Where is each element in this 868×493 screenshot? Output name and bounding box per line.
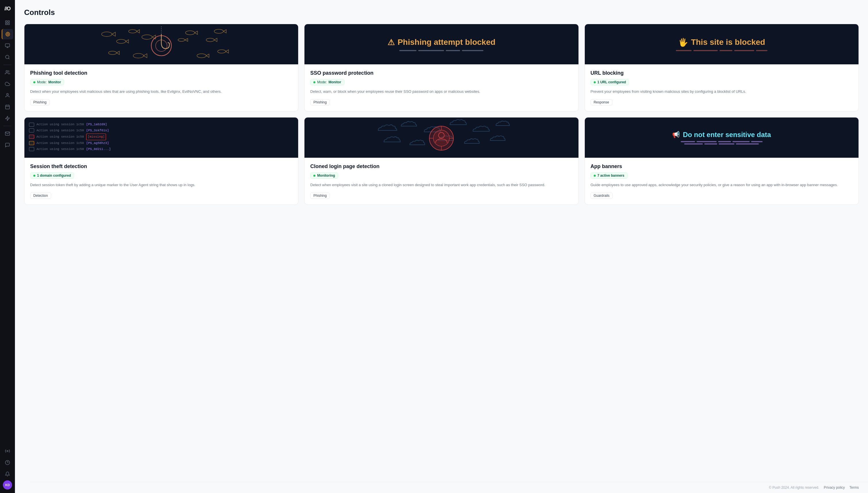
card-desc-url: Prevent your employees from visiting kno… [591, 89, 853, 94]
sidebar-item-chat[interactable] [2, 140, 13, 150]
card-badge-session: 1 domain configured [30, 172, 74, 179]
card-banner-sso: ⚠ Phishing attempt blocked [305, 24, 578, 64]
svg-point-40 [133, 53, 143, 58]
url-banner-lines [676, 50, 767, 51]
card-body-appbanners: App banners 7 active banners Guide emplo… [585, 158, 859, 205]
sidebar-item-users[interactable] [2, 67, 13, 78]
svg-point-30 [185, 31, 195, 35]
svg-point-38 [109, 51, 117, 55]
sidebar-item-person[interactable] [2, 90, 13, 101]
svg-point-36 [214, 29, 223, 33]
svg-point-22 [102, 32, 112, 37]
card-tag-sso: Phishing [310, 99, 330, 105]
app-logo[interactable]: //O [4, 3, 10, 16]
svg-point-34 [178, 39, 185, 41]
card-desc-sso: Detect, warn, or block when your employe… [310, 89, 573, 94]
card-body-session: Session theft detection 1 domain configu… [24, 158, 298, 205]
card-badge-phishing-tool: Mode: Monitor [30, 79, 64, 85]
svg-point-42 [197, 54, 206, 58]
sidebar-item-help[interactable] [2, 457, 13, 468]
sidebar-item-mail[interactable] [2, 128, 13, 139]
badge-dot [313, 81, 315, 83]
badge-mode: Monitor [48, 80, 61, 84]
card-sso-password[interactable]: ⚠ Phishing attempt blocked SSO password … [304, 24, 578, 111]
svg-marker-27 [126, 40, 129, 43]
sidebar-item-lightning[interactable] [2, 113, 13, 124]
card-desc-phishing-tool: Detect when your employees visit malicio… [30, 89, 292, 94]
card-banner-appbanners: 📢 Do not enter sensitive data [585, 117, 859, 158]
avatar[interactable]: KD [3, 480, 12, 490]
badge-dot [594, 175, 596, 177]
session-line-1: Action using session 1c50 [PS_1ab2d9] [29, 122, 293, 128]
svg-marker-37 [223, 29, 226, 33]
svg-point-13 [7, 93, 8, 95]
badge-dot [313, 175, 315, 177]
svg-marker-23 [112, 32, 115, 36]
sidebar-item-controls[interactable] [2, 29, 13, 39]
card-cloned-login[interactable]: Cloned login page detection Monitoring D… [304, 117, 578, 205]
card-body-sso: SSO password protection Mode: Monitor De… [305, 64, 578, 111]
main-content: Controls [15, 0, 868, 493]
svg-line-11 [8, 58, 9, 59]
svg-point-10 [5, 55, 9, 59]
card-tag-session: Detection [30, 192, 51, 199]
footer: © Push 2024. All rights reserved. Privac… [30, 482, 868, 493]
app-banner-lines [681, 141, 762, 145]
megaphone-icon: 📢 [672, 131, 680, 138]
session-block-3 [29, 135, 34, 139]
sidebar-item-bell[interactable] [2, 469, 13, 479]
app-banner-headline: Do not enter sensitive data [683, 131, 771, 139]
card-title-url: URL blocking [591, 70, 853, 76]
sidebar-item-dashboard[interactable] [2, 18, 13, 28]
svg-rect-3 [8, 23, 9, 25]
svg-point-12 [6, 70, 8, 72]
sidebar-item-search[interactable] [2, 52, 13, 62]
svg-marker-18 [5, 116, 9, 121]
svg-point-4 [6, 32, 10, 36]
card-desc-appbanners: Guide employees to use approved apps, ac… [591, 182, 853, 188]
card-badge-cloned: Monitoring [310, 172, 338, 179]
url-banner-title: 🖐 This site is blocked [678, 38, 765, 47]
card-tag-phishing-tool: Phishing [30, 99, 50, 105]
card-app-banners[interactable]: 📢 Do not enter sensitive data [584, 117, 859, 205]
app-banner-line-row-2 [684, 143, 759, 145]
card-desc-session: Detect session token theft by adding a u… [30, 182, 292, 188]
footer-terms-link[interactable]: Terms [849, 486, 859, 490]
svg-point-32 [206, 38, 214, 42]
footer-privacy-link[interactable]: Privacy policy [824, 486, 845, 490]
card-title-appbanners: App banners [591, 164, 853, 170]
sidebar: //O [0, 0, 15, 493]
card-banner-cloned [305, 117, 578, 158]
cards-grid: Phishing tool detection Mode: Monitor De… [24, 24, 859, 205]
badge-mode: 1 URL configured [597, 80, 626, 84]
sidebar-item-settings[interactable] [2, 446, 13, 456]
svg-marker-35 [185, 39, 188, 41]
card-title-sso: SSO password protection [310, 70, 573, 76]
svg-point-5 [7, 33, 8, 35]
svg-marker-43 [206, 54, 209, 58]
session-block-4 [29, 141, 34, 145]
card-title-cloned: Cloned login page detection [310, 164, 573, 170]
card-badge-appbanners: 7 active banners [591, 172, 628, 179]
card-session-theft[interactable]: Action using session 1c50 [PS_1ab2d9] Ac… [24, 117, 298, 205]
badge-mode: Monitoring [317, 173, 335, 177]
svg-rect-0 [5, 21, 7, 22]
badge-dot [594, 81, 596, 83]
svg-rect-14 [5, 105, 9, 109]
footer-copyright: © Push 2024. All rights reserved. [769, 486, 819, 490]
card-tag-appbanners: Guardrails [591, 192, 613, 199]
app-banner-title-text: 📢 Do not enter sensitive data [672, 131, 771, 139]
svg-marker-45 [226, 50, 229, 53]
card-url-blocking[interactable]: 🖐 This site is blocked URL blocking [584, 24, 859, 111]
session-block-2 [29, 128, 34, 132]
sidebar-item-monitor[interactable] [2, 41, 13, 51]
badge-mode: 1 domain configured [37, 173, 71, 177]
session-block-5 [29, 147, 34, 151]
page-title: Controls [24, 8, 859, 17]
session-line-3: Action using session 1c50 [missing] [29, 134, 293, 140]
warning-icon: ⚠ [387, 38, 395, 47]
card-phishing-tool[interactable]: Phishing tool detection Mode: Monitor De… [24, 24, 298, 111]
svg-point-24 [129, 29, 137, 33]
sidebar-item-calendar[interactable] [2, 102, 13, 112]
sidebar-item-cloud[interactable] [2, 79, 13, 89]
